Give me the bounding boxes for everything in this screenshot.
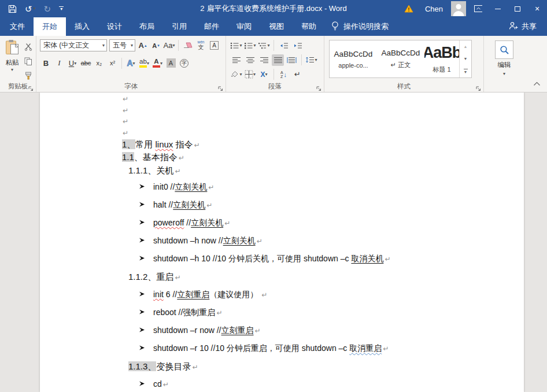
paragraph-group-label: 段落: [226, 82, 324, 91]
style-item-2[interactable]: AaBb标题 1: [424, 40, 459, 77]
tab-design[interactable]: 设计: [98, 17, 131, 36]
superscript-button[interactable]: x²: [106, 57, 119, 69]
character-border-button[interactable]: A: [208, 40, 220, 51]
justify-button[interactable]: [272, 54, 284, 66]
tab-review[interactable]: 审阅: [228, 17, 260, 36]
font-color-button[interactable]: A▾: [151, 57, 164, 69]
close-button[interactable]: ×: [527, 0, 547, 17]
ribbon-tabs: 文件开始插入设计布局引用邮件审阅视图帮助: [0, 17, 325, 36]
align-center-button[interactable]: [244, 54, 256, 66]
chevron-down-icon: ▾: [147, 61, 149, 66]
paragraph-mark: ↵: [224, 219, 230, 227]
text-highlight-button[interactable]: ab▾: [138, 57, 150, 69]
paragraph-dialog-launcher[interactable]: [316, 84, 322, 90]
align-right-button[interactable]: [258, 54, 270, 66]
font-name-combobox[interactable]: 宋体 (中文正文▾: [40, 39, 107, 51]
avatar[interactable]: [449, 0, 468, 17]
tab-home[interactable]: 开始: [34, 17, 66, 36]
doc-line-bullet: init 6 //立刻重启（建议使用） ↵: [40, 286, 524, 304]
distributed-button[interactable]: [286, 54, 298, 66]
minimize-button[interactable]: [488, 0, 508, 17]
doc-line-h2: 1.1.2、重启↵: [40, 268, 524, 286]
gallery-more-button[interactable]: ▼: [460, 65, 471, 77]
redo-button[interactable]: ↻: [44, 5, 51, 13]
doc-line-empty: ↵: [40, 105, 524, 116]
paragraph-mark: ↵: [206, 201, 212, 209]
doc-text-segment: shutdown –r now //: [153, 326, 221, 335]
numbering-button[interactable]: ▾: [244, 40, 256, 51]
tab-references[interactable]: 引用: [163, 17, 195, 36]
doc-text-segment: reboot //强制重启: [153, 308, 215, 317]
subscript-button[interactable]: x₂: [93, 57, 105, 69]
account-warning-icon[interactable]: [398, 0, 419, 17]
strikethrough-button[interactable]: abc: [80, 57, 92, 69]
sort-button[interactable]: AZ↓: [278, 69, 290, 80]
paragraph-mark: ↵: [175, 167, 180, 175]
doc-text-segment: cd: [153, 379, 162, 389]
borders-button[interactable]: ▾: [244, 69, 256, 80]
tab-file[interactable]: 文件: [1, 17, 34, 36]
editing-label: 编辑: [498, 61, 511, 69]
maximize-button[interactable]: [508, 0, 527, 17]
editing-menu-button[interactable]: 编辑 ▾: [485, 38, 523, 76]
paragraph-row-3: ▾ ▾ X▾ AZ↓ ↵: [227, 67, 323, 82]
tab-mailings[interactable]: 邮件: [195, 17, 228, 36]
bold-button[interactable]: B: [40, 57, 52, 69]
gallery-scroll-up-button[interactable]: ▲: [460, 40, 471, 53]
paragraph-mark: ↵: [192, 363, 198, 371]
font-dialog-launcher[interactable]: [217, 84, 224, 90]
doc-line-h1: 1、常用 linux 指令↵: [40, 138, 524, 151]
document-page[interactable]: ↵↵↵↵1、常用 linux 指令↵1.1、基本指令↵1.1.1、关机↵init…: [40, 93, 524, 392]
paragraph-mark: ↵: [216, 309, 222, 317]
show-hide-marks-button[interactable]: ↵: [291, 69, 304, 80]
tab-help[interactable]: 帮助: [293, 17, 325, 36]
style-item-0[interactable]: AaBbCcDdapple-co...: [330, 40, 377, 77]
collapse-ribbon-button[interactable]: [533, 78, 541, 88]
style-item-1[interactable]: AaBbCcDd↵ 正文: [377, 40, 424, 77]
save-button[interactable]: [8, 5, 17, 13]
doc-text-segment: 取消关机: [351, 254, 383, 263]
share-button[interactable]: 共享: [509, 17, 547, 36]
tab-insert[interactable]: 插入: [66, 17, 98, 36]
bullets-button[interactable]: ▾: [230, 40, 242, 51]
line-spacing-button[interactable]: ▾: [305, 54, 317, 66]
tab-view[interactable]: 视图: [260, 17, 293, 36]
up-caret-icon: ▴: [145, 43, 147, 48]
tell-me-search[interactable]: 操作说明搜索: [331, 17, 389, 36]
customize-qat-button[interactable]: ▾: [59, 6, 64, 11]
decrease-indent-button[interactable]: [278, 40, 290, 51]
character-shading-button[interactable]: A: [165, 57, 177, 69]
ribbon-display-options-button[interactable]: [468, 0, 488, 17]
underline-button[interactable]: U▾: [66, 57, 79, 69]
multilevel-list-button[interactable]: ▾: [258, 40, 270, 51]
font-row-1: 宋体 (中文正文▾ 五号▾ A▴ A▾ Aa▾ wén文 A: [38, 38, 224, 53]
paste-button[interactable]: 粘贴 ▾: [3, 38, 21, 82]
enclose-characters-button[interactable]: 字: [178, 57, 190, 69]
increase-indent-button[interactable]: [291, 40, 304, 51]
styles-dialog-launcher[interactable]: [475, 84, 482, 90]
user-name[interactable]: Chen: [419, 0, 449, 17]
copy-button[interactable]: [22, 56, 34, 67]
change-case-button[interactable]: Aa▾: [163, 40, 175, 51]
cut-button[interactable]: [22, 41, 34, 53]
italic-button[interactable]: I: [53, 57, 65, 69]
format-painter-button[interactable]: [22, 70, 34, 82]
gallery-scroll-down-button[interactable]: ▼: [460, 53, 471, 65]
text-effects-button[interactable]: A▾: [125, 57, 137, 69]
separator: [301, 54, 302, 65]
chevron-down-icon: ▾: [239, 72, 242, 77]
asian-layout-button[interactable]: X▾: [258, 69, 270, 80]
font-size-combobox[interactable]: 五号▾: [109, 39, 135, 51]
clipboard-dialog-launcher[interactable]: [28, 84, 34, 90]
doc-text-segment: 1.1.2、重启: [128, 272, 173, 282]
undo-button[interactable]: ↺▾: [25, 5, 36, 13]
clear-formatting-button[interactable]: [182, 40, 194, 51]
grow-font-button[interactable]: A▴: [136, 40, 149, 51]
phonetic-guide-button[interactable]: wén文: [195, 40, 207, 51]
tab-layout[interactable]: 布局: [131, 17, 163, 36]
paragraph-mark: ↵: [123, 129, 128, 137]
font-group-label: 字体: [36, 82, 226, 91]
shading-button[interactable]: ▾: [230, 69, 242, 80]
shrink-font-button[interactable]: A▾: [150, 40, 162, 51]
align-left-button[interactable]: [230, 54, 242, 66]
